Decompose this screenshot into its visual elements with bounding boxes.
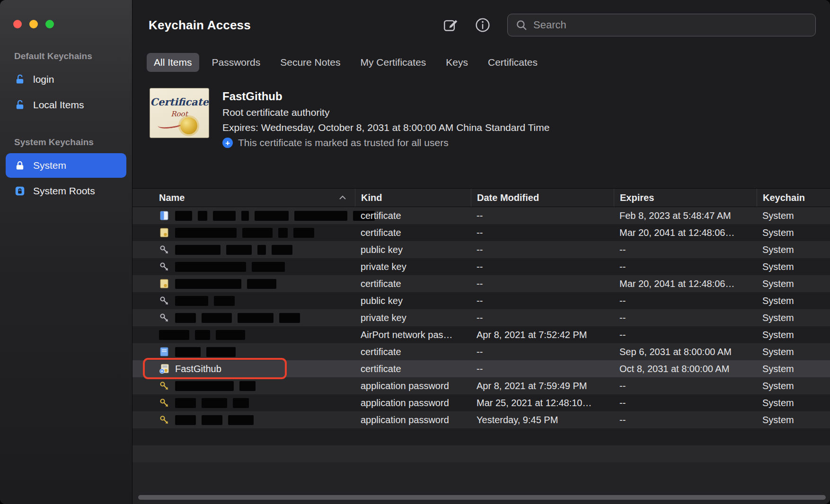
redacted-text: [238, 313, 274, 323]
cell-date-modified: --: [471, 278, 614, 289]
page-title: Keychain Access: [149, 18, 251, 33]
cell-kind: AirPort network pas…: [355, 330, 471, 340]
table-row[interactable]: certificate--Feb 8, 2023 at 5:48:47 AMSy…: [132, 207, 830, 224]
trusted-plus-icon: +: [222, 138, 233, 148]
sidebar-item-label: System Roots: [33, 185, 95, 197]
table-row-empty: [132, 445, 830, 462]
compose-icon: [442, 17, 459, 33]
cell-name: [132, 210, 355, 221]
cell-expires: --: [614, 244, 757, 255]
cell-kind: public key: [355, 295, 471, 306]
redacted-text: [214, 296, 235, 306]
main-panel: Keychain Access: [132, 0, 830, 504]
redacted-text: [226, 245, 252, 255]
table-row[interactable]: application passwordYesterday, 9:45 PM--…: [132, 411, 830, 428]
sidebar-item-system[interactable]: System: [6, 153, 126, 178]
sidebar-item-system-roots[interactable]: System Roots: [6, 179, 126, 203]
cell-name: [132, 381, 355, 391]
table-row[interactable]: AirPort network pas…Apr 8, 2021 at 7:52:…: [132, 326, 830, 343]
redacted-text: [159, 330, 189, 340]
sidebar-section-header: Default Keychains: [0, 47, 132, 66]
cell-date-modified: Yesterday, 9:45 PM: [471, 415, 614, 426]
column-header-keychain[interactable]: Keychain: [757, 189, 830, 207]
redacted-text: [198, 211, 207, 221]
title-bar: Keychain Access: [132, 0, 830, 50]
redacted-text: [206, 347, 236, 357]
category-tabs: All ItemsPasswordsSecure NotesMy Certifi…: [132, 50, 830, 75]
locked-padlock-icon: [14, 160, 26, 171]
column-header-date-modified[interactable]: Date Modified: [471, 189, 614, 207]
minimize-button[interactable]: [29, 20, 38, 28]
redacted-text: [175, 228, 237, 238]
cell-name: [132, 261, 355, 272]
cell-keychain: System: [757, 244, 830, 255]
table-body: certificate--Feb 8, 2023 at 5:48:47 AMSy…: [132, 207, 830, 462]
certificate-image-subtitle: Root: [150, 110, 209, 118]
cert-plus-icon: [159, 364, 169, 374]
certificate-name: FastGithub: [222, 90, 549, 103]
cell-expires: Mar 20, 2041 at 12:48:06…: [614, 227, 757, 238]
cell-expires: Feb 8, 2023 at 5:48:47 AM: [614, 210, 757, 221]
keychain-access-window: Default KeychainsloginLocal ItemsSystem …: [0, 0, 830, 504]
redacted-text: [202, 313, 232, 323]
cell-expires: --: [614, 381, 757, 391]
redacted-text: [175, 347, 201, 357]
table-row[interactable]: application passwordMar 25, 2021 at 12:4…: [132, 394, 830, 411]
cell-name: [132, 330, 355, 340]
table-row-empty: [132, 428, 830, 445]
keychain-box-icon: [14, 185, 26, 197]
cert-gold-icon: [159, 227, 169, 238]
item-name: FastGithub: [175, 364, 221, 374]
sidebar: Default KeychainsloginLocal ItemsSystem …: [0, 0, 132, 504]
sidebar-item-local-items[interactable]: Local Items: [6, 93, 126, 117]
cert-blue-icon: [159, 347, 169, 357]
close-button[interactable]: [13, 20, 22, 28]
redacted-text: [216, 330, 245, 340]
tab-passwords[interactable]: Passwords: [205, 53, 268, 72]
column-header-name[interactable]: Name: [132, 189, 355, 207]
doc-blue-icon: [159, 210, 169, 221]
tab-my-certificates[interactable]: My Certificates: [353, 53, 433, 72]
table-row[interactable]: private key----System: [132, 258, 830, 275]
info-button[interactable]: [473, 16, 492, 35]
cell-date-modified: --: [471, 295, 614, 306]
tab-all-items[interactable]: All Items: [147, 53, 199, 72]
certificate-image-title: Certificate: [150, 96, 209, 108]
cell-kind: certificate: [355, 227, 471, 238]
table-row[interactable]: private key----System: [132, 309, 830, 326]
column-header-kind[interactable]: Kind: [355, 189, 471, 207]
cell-kind: application password: [355, 398, 471, 408]
certificate-detail-text: FastGithub Root certificate authority Ex…: [222, 88, 549, 188]
zoom-button[interactable]: [45, 20, 54, 28]
redacted-text: [279, 313, 300, 323]
table-row[interactable]: public key----System: [132, 292, 830, 309]
redacted-text: [202, 398, 227, 408]
column-header-expires[interactable]: Expires: [614, 189, 757, 207]
cell-expires: --: [614, 415, 757, 426]
cell-keychain: System: [757, 210, 830, 221]
tab-secure-notes[interactable]: Secure Notes: [273, 53, 347, 72]
certificate-image: Certificate Root: [150, 88, 209, 138]
table-row[interactable]: certificate--Mar 20, 2041 at 12:48:06…Sy…: [132, 275, 830, 292]
table-row-fastgithub[interactable]: FastGithubcertificate--Oct 8, 2031 at 8:…: [132, 360, 830, 377]
table-row[interactable]: application passwordApr 8, 2021 at 7:59:…: [132, 377, 830, 394]
compose-button[interactable]: [441, 16, 460, 35]
key-gray-icon: [159, 295, 169, 306]
horizontal-scrollbar[interactable]: [138, 495, 826, 500]
table-row[interactable]: certificate--Mar 20, 2041 at 12:48:06…Sy…: [132, 224, 830, 241]
sidebar-item-login[interactable]: login: [6, 67, 126, 92]
search-input[interactable]: [533, 19, 808, 31]
key-gold-icon: [159, 381, 169, 391]
table-row[interactable]: certificate--Sep 6, 2031 at 8:00:00 AMSy…: [132, 343, 830, 360]
redacted-text: [175, 211, 192, 221]
redacted-text: [213, 211, 236, 221]
cell-keychain: System: [757, 227, 830, 238]
search-field[interactable]: [507, 14, 816, 36]
tab-keys[interactable]: Keys: [439, 53, 475, 72]
redacted-text: [202, 415, 222, 425]
tab-certificates[interactable]: Certificates: [481, 53, 545, 72]
cell-name: [132, 244, 355, 255]
table-row[interactable]: public key----System: [132, 241, 830, 258]
keychain-list: Default KeychainsloginLocal ItemsSystem …: [0, 47, 132, 203]
redacted-text: [175, 398, 196, 408]
